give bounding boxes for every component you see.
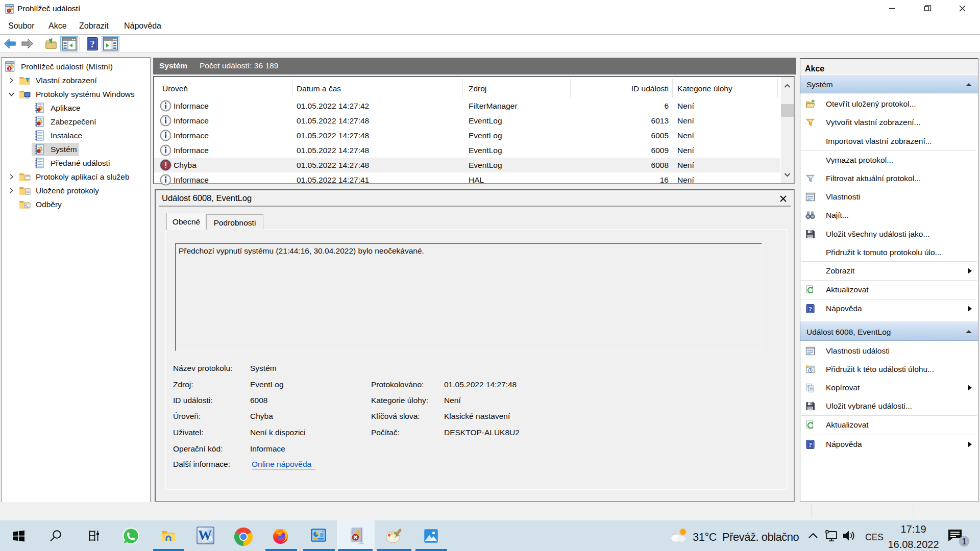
svg-text:1: 1 <box>962 537 967 546</box>
svg-text:?: ? <box>808 305 812 313</box>
svg-text:?: ? <box>90 39 95 49</box>
svg-text:?: ? <box>808 441 812 448</box>
svg-text:W: W <box>198 528 212 543</box>
